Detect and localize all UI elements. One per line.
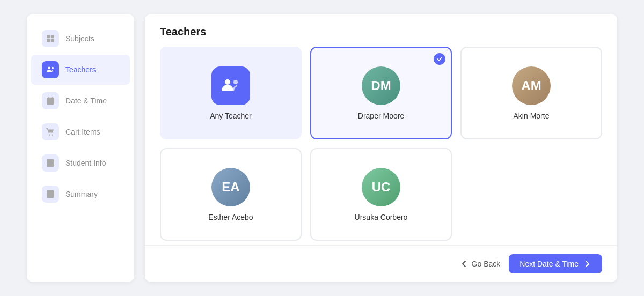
teacher-card-draper[interactable]: DM Draper Moore	[310, 47, 452, 139]
sidebar-item-date-time[interactable]: Date & Time	[31, 86, 130, 116]
svg-point-18	[233, 80, 238, 84]
teachers-grid: Any Teacher DM Draper Moore AM Akin Mort…	[145, 47, 617, 241]
teacher-card-ursuka[interactable]: UC Ursuka Corbero	[310, 148, 452, 241]
go-back-button[interactable]: Go Back	[460, 260, 501, 268]
go-back-label: Go Back	[472, 260, 501, 268]
teacher-name-any: Any Teacher	[210, 112, 252, 120]
avatar-akin: AM	[512, 66, 551, 105]
sidebar-item-subjects[interactable]: Subjects	[31, 24, 130, 54]
svg-point-4	[48, 66, 50, 69]
svg-rect-2	[47, 39, 50, 42]
student-info-icon	[42, 154, 59, 172]
svg-rect-0	[47, 35, 50, 39]
sidebar-label-teachers: Teachers	[65, 65, 96, 74]
avatar-esther: EA	[211, 168, 250, 206]
avatar-draper: DM	[362, 66, 400, 105]
teacher-card-akin[interactable]: AM Akin Morte	[460, 47, 602, 139]
svg-point-5	[52, 67, 54, 69]
footer: Go Back Next Date & Time	[145, 245, 617, 282]
sidebar-label-summary: Summary	[65, 190, 98, 198]
teacher-card-esther[interactable]: EA Esther Acebo	[160, 148, 302, 241]
sidebar: Subjects Teachers	[27, 14, 134, 282]
teacher-card-any[interactable]: Any Teacher	[160, 47, 302, 139]
teacher-name-akin: Akin Morte	[514, 112, 550, 120]
sidebar-label-cart-items: Cart Items	[65, 128, 100, 136]
sidebar-item-summary[interactable]: Summary	[31, 179, 130, 209]
page-title: Teachers	[145, 14, 617, 47]
arrow-left-icon	[460, 260, 469, 268]
main-panel: Teachers Any Teacher	[145, 14, 617, 282]
arrow-right-icon	[583, 260, 591, 268]
svg-point-17	[225, 79, 230, 85]
svg-point-10	[49, 134, 50, 135]
svg-rect-1	[51, 35, 54, 39]
teacher-name-draper: Draper Moore	[358, 112, 404, 120]
svg-rect-3	[51, 39, 54, 42]
svg-rect-6	[47, 98, 54, 104]
cart-icon	[42, 123, 59, 140]
subjects-icon	[42, 30, 59, 47]
svg-point-11	[52, 134, 53, 135]
sidebar-item-teachers[interactable]: Teachers	[31, 55, 130, 85]
selected-check-badge	[434, 53, 445, 65]
any-teacher-icon	[211, 66, 250, 105]
sidebar-label-date-time: Date & Time	[65, 97, 107, 105]
sidebar-item-student-info[interactable]: Student Info	[31, 148, 130, 178]
date-time-icon	[42, 92, 59, 109]
summary-icon	[42, 186, 59, 203]
next-button[interactable]: Next Date & Time	[509, 254, 602, 273]
sidebar-label-subjects: Subjects	[65, 34, 94, 43]
teacher-name-ursuka: Ursuka Corbero	[355, 213, 408, 221]
avatar-ursuka: UC	[362, 168, 400, 206]
next-label: Next Date & Time	[519, 260, 579, 268]
sidebar-label-student-info: Student Info	[65, 159, 106, 167]
teacher-name-esther: Esther Acebo	[208, 213, 253, 221]
teachers-icon	[42, 61, 59, 78]
sidebar-item-cart-items[interactable]: Cart Items	[31, 117, 130, 147]
